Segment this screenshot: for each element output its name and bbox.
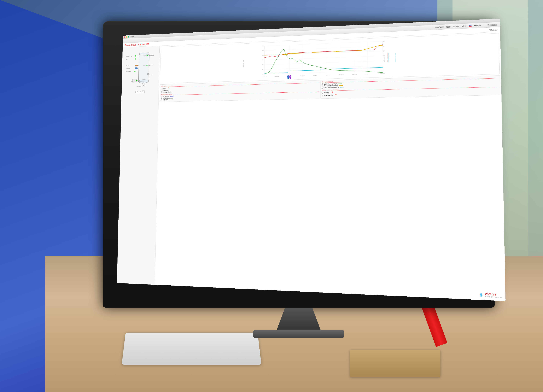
cliquage-label: Cliquage <box>324 92 329 94</box>
micro-oxy-checkbox[interactable] <box>322 87 323 89</box>
vmax-label: VMax <box>163 88 166 89</box>
consigne-temp-label: Consigne Température <box>324 85 338 87</box>
toggle-switch[interactable]: ⇒ OFF <box>445 26 451 28</box>
svg-line-36 <box>264 66 383 69</box>
svg-rect-12 <box>138 55 149 81</box>
greeting: Bonjour, <box>453 25 459 27</box>
extraction-label: Extraction <box>163 90 168 91</box>
pointer-checkbox: Pointeur <box>489 29 498 31</box>
svg-line-47 <box>383 41 383 72</box>
legend-right-col: Consigne process Débit d'azote partagé <box>321 77 498 98</box>
svg-line-34 <box>264 56 383 60</box>
svg-text:28/09 19:44: 28/09 19:44 <box>275 76 279 77</box>
svg-text:0.7: 0.7 <box>262 50 264 51</box>
stationery-tray <box>350 350 441 377</box>
homogeneisation-label: Homogénéisation <box>163 91 172 93</box>
svg-text:Débit CO₂ (le/Pr): Débit CO₂ (le/Pr) <box>243 60 244 67</box>
zoom-cuve-button[interactable]: Zoom Cuve <box>136 90 145 93</box>
svg-text:Nutriment: Nutriment <box>130 79 134 80</box>
cliquage-checkbox[interactable] <box>322 92 323 94</box>
svg-line-31 <box>265 41 383 46</box>
o2-dissous-label: O₂ Dissous <box>163 96 169 97</box>
o2-dot <box>135 58 136 60</box>
svg-text:Débit micro oxygénation: Débit micro oxygénation <box>388 53 389 62</box>
pin-blue: ♙ <box>287 75 289 79</box>
close-button[interactable] <box>124 36 125 38</box>
vmax-checkbox[interactable] <box>161 88 163 90</box>
homogeneisation-checkbox[interactable] <box>161 91 163 93</box>
app-container: Satya Mode Tactile ⇒ OFF Bonjour, admin <box>117 18 505 301</box>
monitor-screen: Satya Mode Tactile ⇒ OFF Bonjour, admin <box>117 18 505 301</box>
homogeneisation-label: Homogénéisation <box>137 85 144 87</box>
title-bar-controls <box>124 36 129 38</box>
keyboard <box>122 333 261 365</box>
svg-text:0.8: 0.8 <box>262 45 264 46</box>
maximize-button[interactable] <box>128 36 129 38</box>
azote-dot <box>135 55 136 56</box>
svg-text:0.3: 0.3 <box>262 69 264 70</box>
svg-text:Débit micro oxygénation: Débit micro oxygénation <box>395 53 396 62</box>
azote-ponctuel-label: Azote ponctuel <box>324 95 333 96</box>
pin-purple: ♙ <box>289 75 291 79</box>
mode-label: Mode Tactile <box>435 26 444 28</box>
svg-text:0.5: 0.5 <box>262 59 264 61</box>
o2-dissous-checkbox[interactable] <box>161 96 162 97</box>
content-layout: Azote Partagé O₂ Capteur CO₂ TX Cha <box>117 32 505 301</box>
svg-text:16: 16 <box>383 60 385 61</box>
temp-reelle-checkbox[interactable] <box>161 98 162 99</box>
azote-partage-label: Azote Partagé <box>126 56 132 57</box>
svg-text:01/10 19:50: 01/10 19:50 <box>300 75 305 76</box>
svg-text:20: 20 <box>383 50 385 51</box>
left-panel: Azote Partagé O₂ Capteur CO₂ TX Cha <box>117 46 160 285</box>
pointer-label: Pointeur <box>491 29 498 31</box>
svg-text:09/10 08:07: 09/10 08:07 <box>380 73 385 74</box>
svg-line-41 <box>302 45 302 75</box>
tank-svg: Azote Partagé O₂ Capteur CO₂ TX Cha <box>124 47 157 90</box>
tx-chaud-label: TX Chaud <box>126 65 130 67</box>
svg-text:02/10 18:23: 02/10 18:23 <box>313 75 317 76</box>
flag-icon <box>469 25 472 27</box>
monitor: Satya Mode Tactile ⇒ OFF Bonjour, admin <box>102 21 495 308</box>
debit-co2-checkbox[interactable] <box>161 99 162 101</box>
svg-rect-6 <box>135 67 137 69</box>
svg-line-38 <box>264 46 265 76</box>
svg-line-46 <box>368 42 368 73</box>
brand-drop-icon: 💧 <box>479 292 483 297</box>
right-panel: Débit CO₂ (le/Pr) Température (°C) Débit… <box>155 32 506 301</box>
svg-text:0.2: 0.2 <box>262 73 263 75</box>
svg-text:05/10 09:29: 05/10 09:29 <box>339 74 344 75</box>
svg-text:18: 18 <box>383 55 385 56</box>
temp-reelle-label: Température réelle <box>163 97 173 99</box>
svg-text:08/10 00:35: 08/10 00:35 <box>365 73 370 74</box>
mode-tactile: Mode Tactile ⇒ OFF <box>435 26 451 28</box>
svg-text:0.6: 0.6 <box>262 55 264 56</box>
temperature-label: Température <box>126 71 131 72</box>
temperature-dot <box>134 71 136 72</box>
svg-line-39 <box>277 45 277 75</box>
svg-text:BAT: BAT <box>131 81 133 82</box>
svg-text:25: 25 <box>383 45 385 47</box>
toggle-off-label[interactable]: OFF <box>447 26 451 28</box>
username: admin <box>462 25 466 27</box>
main-content: Zoom Cuve FA Blanc FF Pointeur Azote Par… <box>117 27 505 301</box>
language-selector[interactable]: Français <box>474 24 481 26</box>
svg-text:♙: ♙ <box>288 76 289 77</box>
minimize-button[interactable] <box>126 36 127 38</box>
consigne-temp-checkbox[interactable] <box>322 85 323 87</box>
svg-text:04/02 01:56: 04/02 01:56 <box>326 75 330 76</box>
svg-text:♙: ♙ <box>290 76 291 77</box>
page-title: Zoom Cuve FA Blanc FF <box>125 43 149 47</box>
svg-text:30: 30 <box>383 40 385 42</box>
app-title: Satya <box>130 36 134 38</box>
svg-text:0.4: 0.4 <box>262 64 264 65</box>
debit-azote-checkbox[interactable] <box>322 83 323 85</box>
legend-left-col: Informations process VMax 📍 <box>161 81 319 101</box>
azote-ponctuel-checkbox[interactable] <box>322 95 323 96</box>
branding: 💧 vivelys WINE BY DESIGN <box>479 292 503 298</box>
svg-text:27/09 12:12: 27/09 12:12 <box>262 76 266 78</box>
pointer-check[interactable] <box>489 29 491 31</box>
monitor-base <box>253 330 344 338</box>
o2-label: O₂ <box>126 59 127 60</box>
extraction-checkbox[interactable] <box>161 90 163 91</box>
disconnect-link[interactable]: Déconnexion <box>487 24 497 26</box>
